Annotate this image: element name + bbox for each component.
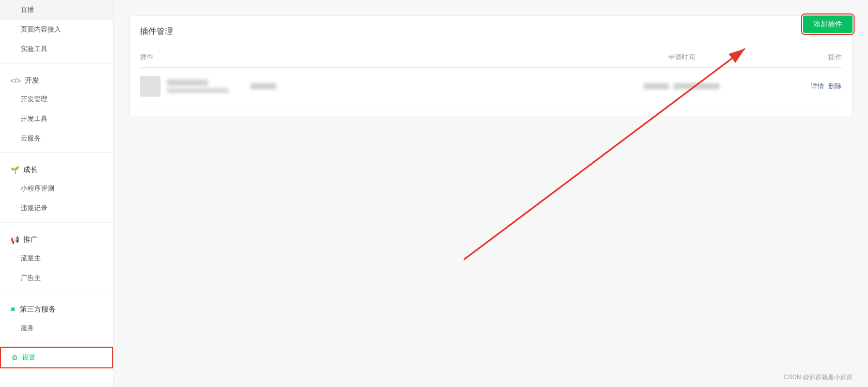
code-icon: </>: [10, 76, 21, 85]
section-title-third-party: ✖ 第三方服务: [0, 297, 113, 318]
add-plugin-button[interactable]: 添加插件: [803, 16, 853, 33]
divider-4: [0, 292, 113, 292]
sidebar-item-traffic-owner[interactable]: 流量主: [0, 249, 113, 268]
sidebar-item-advertiser[interactable]: 广告主: [0, 268, 113, 288]
divider-3: [0, 222, 113, 223]
sidebar-item-violation-records[interactable]: 违规记录: [0, 198, 113, 218]
detail-link[interactable]: 详情: [811, 82, 824, 91]
plugin-time: [573, 83, 790, 89]
content-area: 插件管理 插件 申请时间 操作: [114, 0, 868, 368]
sidebar-item-live[interactable]: 直播: [0, 0, 113, 20]
plugin-actions: 详情 删除: [790, 82, 842, 91]
divider-5: [0, 342, 113, 343]
plugin-avatar: [140, 76, 161, 97]
panel-title: 插件管理: [140, 26, 842, 37]
divider-1: [0, 63, 113, 64]
footer: CSDN @苏苏就是小苏苏: [114, 368, 868, 387]
table-row: 详情 删除: [140, 68, 842, 105]
sidebar-item-dev-management[interactable]: 开发管理: [0, 89, 113, 109]
header-action: 操作: [790, 53, 842, 62]
plugin-id: [250, 83, 276, 89]
sidebar-item-dev-tools[interactable]: 开发工具: [0, 109, 113, 129]
plugin-name-block: [167, 80, 229, 93]
sidebar-item-miniapp-review[interactable]: 小程序评测: [0, 179, 113, 198]
plugin-info: [140, 76, 573, 97]
sidebar-item-page-content[interactable]: 页面内容接入: [0, 20, 113, 39]
plugin-management-panel: 插件管理 插件 申请时间 操作: [129, 16, 853, 116]
section-title-growth: 🌱 成长: [0, 157, 113, 179]
plugin-desc: [167, 88, 229, 93]
gear-icon: ⚙: [11, 353, 18, 362]
table-header: 插件 申请时间 操作: [140, 48, 842, 68]
time-value-1: [643, 83, 669, 89]
section-title-dev: </> 开发: [0, 68, 113, 89]
sidebar-item-experiment-tools[interactable]: 实验工具: [0, 39, 113, 59]
sidebar-item-cloud-service[interactable]: 云服务: [0, 129, 113, 148]
divider-2: [0, 152, 113, 153]
sidebar: 直播 页面内容接入 实验工具 </> 开发 开发管理 开发工具 云服务 🌱 成长…: [0, 0, 114, 387]
sidebar-item-service[interactable]: 服务: [0, 318, 113, 338]
third-party-icon: ✖: [10, 306, 15, 313]
plugin-name: [167, 80, 208, 86]
time-value-2: [673, 83, 720, 89]
delete-link[interactable]: 删除: [828, 82, 842, 91]
promotion-icon: 📢: [10, 236, 19, 244]
header-time: 申请时间: [573, 53, 790, 62]
main-content: 插件管理 插件 申请时间 操作: [114, 0, 868, 387]
header-plugin: 插件: [140, 53, 573, 62]
section-title-promotion: 📢 推广: [0, 227, 113, 249]
growth-icon: 🌱: [10, 166, 19, 174]
sidebar-item-settings[interactable]: ⚙ 设置: [0, 347, 113, 368]
